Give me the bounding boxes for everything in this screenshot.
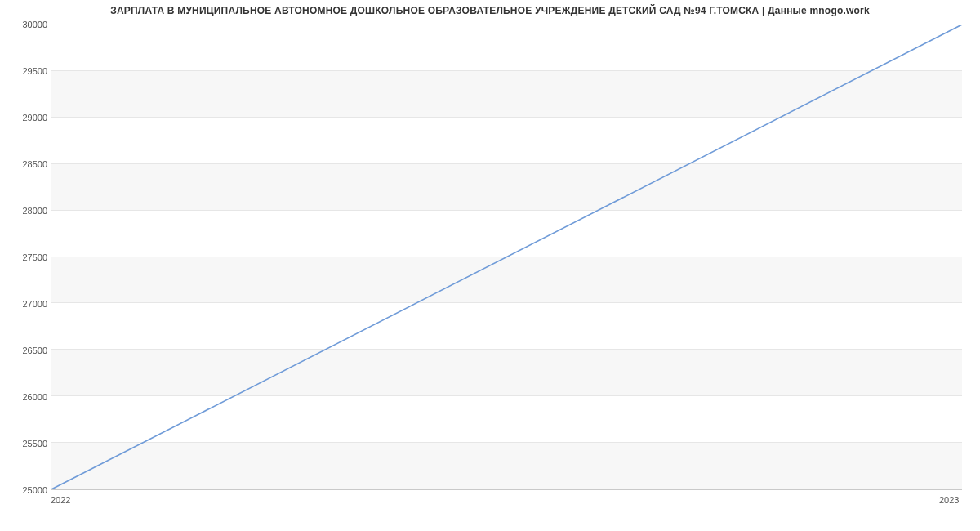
y-tick-label: 25000 [3,485,47,495]
x-tick-label: 2023 [939,495,959,505]
salary-line-chart: ЗАРПЛАТА В МУНИЦИПАЛЬНОЕ АВТОНОМНОЕ ДОШК… [0,0,980,531]
y-tick-label: 28500 [3,159,47,169]
y-tick-label: 27000 [3,299,47,309]
y-tick-label: 26000 [3,392,47,402]
y-tick-label: 29000 [3,113,47,123]
y-tick-label: 27500 [3,252,47,262]
y-tick-label: 26500 [3,346,47,355]
y-tick-label: 28000 [3,206,47,216]
line-series [51,25,962,489]
chart-title: ЗАРПЛАТА В МУНИЦИПАЛЬНОЕ АВТОНОМНОЕ ДОШК… [0,5,980,16]
series-line [51,25,962,489]
x-tick-label: 2022 [51,495,70,505]
y-tick-label: 29500 [3,66,47,76]
y-tick-label: 25500 [3,439,47,448]
y-tick-label: 30000 [3,20,47,29]
plot-area [51,25,962,490]
